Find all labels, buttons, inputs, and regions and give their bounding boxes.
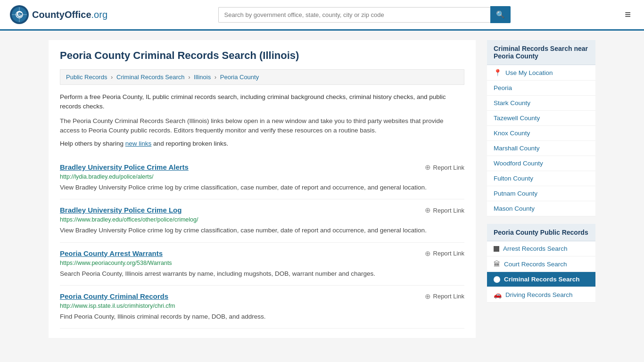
search-area: 🔍: [218, 6, 511, 23]
pr-item-label-2: Criminal Records Search: [504, 276, 580, 283]
nearby-link-0[interactable]: Peoria: [494, 84, 512, 91]
crosshair-icon: ⊕: [425, 206, 431, 214]
logo-icon: C: [9, 5, 29, 25]
pr-item-link-3[interactable]: Driving Records Search: [505, 291, 573, 298]
breadcrumb-sep-3: ›: [215, 74, 218, 81]
search-icon: 🔍: [496, 10, 505, 18]
crosshair-icon: ⊕: [425, 249, 431, 258]
result-title-1[interactable]: Bradley University Police Crime Log: [60, 206, 182, 214]
breadcrumb-sep-1: ›: [111, 74, 115, 81]
result-desc-3: Find Peoria County, Illinois criminal re…: [60, 312, 464, 321]
nearby-link-8[interactable]: Mason County: [494, 205, 535, 212]
result-item: Bradley University Police Crime Alerts ⊕…: [60, 156, 464, 199]
nearby-section: Criminal Records Search near Peoria Coun…: [487, 40, 595, 216]
logo-text: CountyOffice.org: [32, 9, 107, 20]
use-my-location-item[interactable]: 📍 Use My Location: [487, 65, 595, 81]
result-item: Bradley University Police Crime Log ⊕ Re…: [60, 199, 464, 242]
result-title-0[interactable]: Bradley University Police Crime Alerts: [60, 163, 189, 171]
report-link-3[interactable]: ⊕ Report Link: [425, 292, 464, 301]
content-area: Peoria County Criminal Records Search (I…: [49, 40, 476, 338]
result-desc-1: View Bradley University Police crime log…: [60, 226, 464, 235]
breadcrumb: Public Records › Criminal Records Search…: [60, 69, 464, 85]
exclamation-icon: !: [494, 276, 500, 283]
nearby-link-2[interactable]: Tazewell County: [494, 115, 540, 122]
public-records-item-1[interactable]: 🏛Court Records Search: [487, 256, 595, 272]
report-link-0[interactable]: ⊕ Report Link: [425, 163, 464, 172]
public-records-item-3[interactable]: 🚗Driving Records Search: [487, 287, 595, 303]
crosshair-icon: ⊕: [425, 163, 431, 172]
result-desc-2: Search Peoria County, Illinois arrest wa…: [60, 269, 464, 279]
report-link-2[interactable]: ⊕ Report Link: [425, 249, 464, 258]
result-url-2[interactable]: https://www.peoriacounty.org/538/Warrant…: [60, 260, 464, 266]
result-desc-0: View Bradley University Police crime log…: [60, 183, 464, 192]
pr-item-link-1[interactable]: Court Records Search: [504, 261, 567, 268]
pr-item-link-0[interactable]: Arrest Records Search: [503, 245, 568, 252]
breadcrumb-sep-2: ›: [188, 74, 192, 81]
search-input[interactable]: [218, 7, 490, 23]
nearby-item-5[interactable]: Woodford County: [487, 156, 595, 171]
breadcrumb-illinois[interactable]: Illinois: [194, 74, 211, 81]
public-records-items-container: Arrest Records Search🏛Court Records Sear…: [487, 241, 595, 303]
report-link-1[interactable]: ⊕ Report Link: [425, 206, 464, 214]
breadcrumb-criminal-records-search[interactable]: Criminal Records Search: [116, 74, 185, 81]
use-my-location-link[interactable]: Use My Location: [505, 69, 553, 76]
search-button[interactable]: 🔍: [490, 6, 511, 23]
breadcrumb-public-records[interactable]: Public Records: [66, 74, 107, 81]
public-records-item-0[interactable]: Arrest Records Search: [487, 241, 595, 256]
nearby-item-0[interactable]: Peoria: [487, 81, 595, 96]
public-records-item-2[interactable]: !Criminal Records Search: [487, 272, 595, 287]
nearby-link-3[interactable]: Knox County: [494, 130, 530, 137]
nearby-link-6[interactable]: Fulton County: [494, 175, 533, 182]
result-header: Bradley University Police Crime Log ⊕ Re…: [60, 206, 464, 214]
nearby-link-5[interactable]: Woodford County: [494, 160, 543, 167]
sidebar: Criminal Records Search near Peoria Coun…: [487, 40, 595, 338]
main-layout: Peoria County Criminal Records Search (I…: [39, 31, 605, 347]
location-pin-icon: 📍: [494, 69, 502, 76]
public-records-section-title: Peoria County Public Records: [487, 224, 595, 241]
result-url-1[interactable]: https://www.bradley.edu/offices/other/po…: [60, 216, 464, 223]
result-url-3[interactable]: http://www.isp.state.il.us/crimhistory/c…: [60, 303, 464, 309]
menu-button[interactable]: ≡: [621, 7, 635, 23]
nearby-item-3[interactable]: Knox County: [487, 126, 595, 141]
breadcrumb-peoria-county[interactable]: Peoria County: [220, 74, 259, 81]
header: C CountyOffice.org 🔍 ≡: [0, 0, 644, 31]
nearby-item-4[interactable]: Marshall County: [487, 141, 595, 156]
new-links-link[interactable]: new links: [125, 140, 152, 147]
results-list: Bradley University Police Crime Alerts ⊕…: [60, 156, 464, 329]
nearby-item-6[interactable]: Fulton County: [487, 171, 595, 186]
result-item: Peoria County Arrest Warrants ⊕ Report L…: [60, 243, 464, 286]
result-url-0[interactable]: http://lydia.bradley.edu/police/alerts/: [60, 173, 464, 180]
nearby-item-2[interactable]: Tazewell County: [487, 111, 595, 126]
nearby-item-8[interactable]: Mason County: [487, 201, 595, 216]
result-header: Peoria County Arrest Warrants ⊕ Report L…: [60, 249, 464, 258]
result-header: Peoria County Criminal Records ⊕ Report …: [60, 292, 464, 301]
nearby-items-container: PeoriaStark CountyTazewell CountyKnox Co…: [487, 81, 595, 216]
nearby-item-7[interactable]: Putnam County: [487, 186, 595, 201]
nearby-item-1[interactable]: Stark County: [487, 96, 595, 111]
nearby-link-1[interactable]: Stark County: [494, 99, 530, 107]
description-2: The Peoria County Criminal Records Searc…: [60, 116, 464, 136]
page-title: Peoria County Criminal Records Search (I…: [60, 49, 464, 62]
car-icon: 🚗: [494, 291, 502, 298]
result-title-2[interactable]: Peoria County Arrest Warrants: [60, 249, 163, 257]
description-3: Help others by sharing new links and rep…: [60, 140, 464, 147]
nearby-section-title: Criminal Records Search near Peoria Coun…: [487, 40, 595, 65]
result-header: Bradley University Police Crime Alerts ⊕…: [60, 163, 464, 172]
nearby-link-7[interactable]: Putnam County: [494, 190, 537, 197]
description-1: Perform a free Peoria County, IL public …: [60, 92, 464, 112]
menu-icon: ≡: [625, 8, 631, 20]
building-icon: 🏛: [494, 260, 500, 268]
public-records-section: Peoria County Public Records Arrest Reco…: [487, 224, 595, 303]
crosshair-icon: ⊕: [425, 292, 431, 301]
logo-area[interactable]: C CountyOffice.org: [9, 5, 107, 25]
result-title-3[interactable]: Peoria County Criminal Records: [60, 292, 168, 300]
nearby-link-4[interactable]: Marshall County: [494, 145, 540, 152]
square-icon: [494, 246, 499, 252]
result-item: Peoria County Criminal Records ⊕ Report …: [60, 286, 464, 329]
